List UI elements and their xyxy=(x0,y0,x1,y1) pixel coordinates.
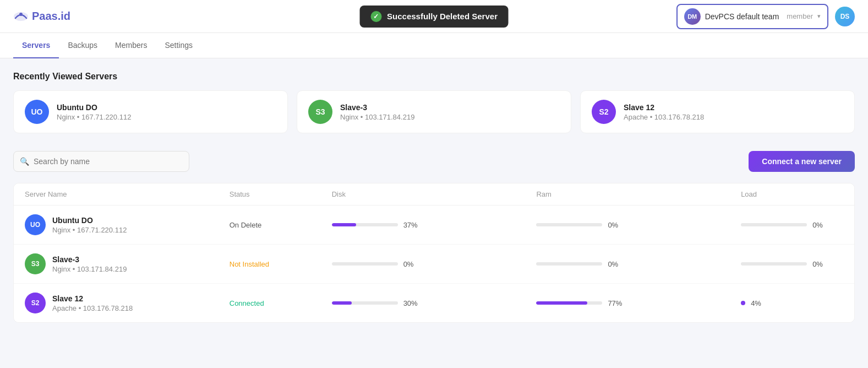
table-row[interactable]: UO Ubuntu DO Nginx • 167.71.220.112 On D… xyxy=(14,205,854,245)
row-server-name: Slave-3 xyxy=(52,255,127,264)
status-badge: Connected xyxy=(230,299,332,307)
row-server-text: Slave-3 Nginx • 103.171.84.219 xyxy=(52,255,127,273)
disk-pct: 37% xyxy=(403,221,420,229)
recent-card-ubuntu[interactable]: UO Ubuntu DO Nginx • 167.71.220.112 xyxy=(13,90,288,133)
search-wrap: 🔍 xyxy=(13,151,189,172)
col-load: Load xyxy=(741,190,843,198)
svg-point-1 xyxy=(19,13,23,16)
ram-progress: 0% xyxy=(536,260,741,268)
ram-bar-bg xyxy=(536,223,602,226)
header-right: DM DevPCS default team member ▾ DS xyxy=(676,4,855,29)
ram-pct: 0% xyxy=(608,221,624,229)
load-pct: 0% xyxy=(812,221,829,229)
recent-card-slave12[interactable]: S2 Slave 12 Apache • 103.176.78.218 xyxy=(580,90,855,133)
server-table: Server Name Status Disk Ram Load UO Ubun… xyxy=(13,183,855,323)
ram-bar-bg xyxy=(536,262,602,266)
disk-pct: 0% xyxy=(403,260,420,268)
row-server-text: Ubuntu DO Nginx • 167.71.220.112 xyxy=(52,216,127,234)
col-disk: Disk xyxy=(332,190,537,198)
row-server-info: S2 Slave 12 Apache • 103.176.78.218 xyxy=(25,293,230,313)
disk-bar-bg xyxy=(332,262,398,266)
row-server-info: UO Ubuntu DO Nginx • 167.71.220.112 xyxy=(25,214,230,235)
ram-progress: 77% xyxy=(536,299,741,307)
row-server-sub: Nginx • 103.171.84.219 xyxy=(52,265,127,273)
recent-server-name-2: Slave-3 xyxy=(340,103,414,112)
table-row[interactable]: S3 Slave-3 Nginx • 103.171.84.219 Not In… xyxy=(14,245,854,284)
team-selector[interactable]: DM DevPCS default team member ▾ xyxy=(676,4,828,29)
load-pct: 0% xyxy=(812,260,829,268)
table-header: Server Name Status Disk Ram Load xyxy=(14,183,854,205)
row-server-text: Slave 12 Apache • 103.176.78.218 xyxy=(52,294,133,312)
row-avatar-uo: UO xyxy=(25,214,46,235)
col-status: Status xyxy=(230,190,332,198)
disk-bar-bg xyxy=(332,301,398,305)
row-avatar-s3: S3 xyxy=(25,253,46,274)
load-bar-bg xyxy=(741,223,807,226)
load-progress: 0% xyxy=(741,260,843,268)
recently-viewed-cards: UO Ubuntu DO Nginx • 167.71.220.112 S3 S… xyxy=(13,90,855,133)
toast-notification: ✓ Successfully Deleted Server xyxy=(359,6,509,28)
ram-pct: 77% xyxy=(608,299,624,307)
recent-card-slave3[interactable]: S3 Slave-3 Nginx • 103.171.84.219 xyxy=(297,90,571,133)
col-ram: Ram xyxy=(536,190,741,198)
row-server-name: Slave 12 xyxy=(52,294,133,303)
disk-progress: 30% xyxy=(332,299,537,307)
ram-progress: 0% xyxy=(536,221,741,229)
tab-settings[interactable]: Settings xyxy=(156,33,201,58)
row-server-info: S3 Slave-3 Nginx • 103.171.84.219 xyxy=(25,253,230,274)
server-avatar-uo: UO xyxy=(25,100,49,124)
row-avatar-s2: S2 xyxy=(25,293,46,313)
toast-check-icon: ✓ xyxy=(370,11,381,22)
recent-server-name-1: Ubuntu DO xyxy=(57,103,131,112)
row-server-sub: Nginx • 167.71.220.112 xyxy=(52,226,127,234)
recent-card-info-3: Slave 12 Apache • 103.176.78.218 xyxy=(624,103,704,121)
load-bar-bg xyxy=(741,262,807,266)
user-avatar[interactable]: DS xyxy=(835,7,855,26)
disk-bar-bg xyxy=(332,223,398,226)
toolbar: 🔍 Connect a new server xyxy=(13,151,855,172)
tab-backups[interactable]: Backups xyxy=(59,33,106,58)
tab-members[interactable]: Members xyxy=(106,33,156,58)
load-dot-icon xyxy=(741,301,745,305)
recent-server-sub-2: Nginx • 103.171.84.219 xyxy=(340,113,414,121)
header: Paas.id ✓ Successfully Deleted Server DM… xyxy=(0,0,868,33)
server-avatar-s3: S3 xyxy=(308,100,332,124)
disk-progress: 37% xyxy=(332,221,537,229)
disk-bar-fill xyxy=(332,223,356,226)
disk-pct: 30% xyxy=(403,299,420,307)
search-icon: 🔍 xyxy=(20,157,29,166)
tab-servers[interactable]: Servers xyxy=(13,33,59,58)
load-progress: 0% xyxy=(741,221,843,229)
disk-progress: 0% xyxy=(332,260,537,268)
connect-new-server-button[interactable]: Connect a new server xyxy=(749,151,855,172)
logo[interactable]: Paas.id xyxy=(13,10,70,23)
recent-card-info: Ubuntu DO Nginx • 167.71.220.112 xyxy=(57,103,131,121)
team-role: member xyxy=(787,12,813,20)
chevron-down-icon: ▾ xyxy=(817,13,821,20)
row-server-sub: Apache • 103.176.78.218 xyxy=(52,304,133,312)
recent-card-info-2: Slave-3 Nginx • 103.171.84.219 xyxy=(340,103,414,121)
team-avatar: DM xyxy=(684,8,701,25)
recent-server-name-3: Slave 12 xyxy=(624,103,704,112)
search-input[interactable] xyxy=(13,151,189,172)
row-server-name: Ubuntu DO xyxy=(52,216,127,225)
recent-server-sub-1: Nginx • 167.71.220.112 xyxy=(57,113,131,121)
table-row[interactable]: S2 Slave 12 Apache • 103.176.78.218 Conn… xyxy=(14,284,854,322)
ram-bar-fill xyxy=(536,301,587,305)
recently-viewed-title: Recently Viewed Servers xyxy=(13,72,855,82)
disk-bar-fill xyxy=(332,301,352,305)
status-badge: On Delete xyxy=(230,221,332,229)
ram-bar-bg xyxy=(536,301,602,305)
ram-pct: 0% xyxy=(608,260,624,268)
col-server-name: Server Name xyxy=(25,190,230,198)
load-pct: 4% xyxy=(751,299,767,307)
nav-tabs: Servers Backups Members Settings xyxy=(0,33,868,58)
main-content: Recently Viewed Servers UO Ubuntu DO Ngi… xyxy=(0,58,868,336)
status-badge: Not Installed xyxy=(230,260,332,268)
load-progress: 4% xyxy=(741,299,843,307)
server-avatar-s2: S2 xyxy=(592,100,616,124)
recent-server-sub-3: Apache • 103.176.78.218 xyxy=(624,113,704,121)
team-name: DevPCS default team xyxy=(705,12,779,21)
